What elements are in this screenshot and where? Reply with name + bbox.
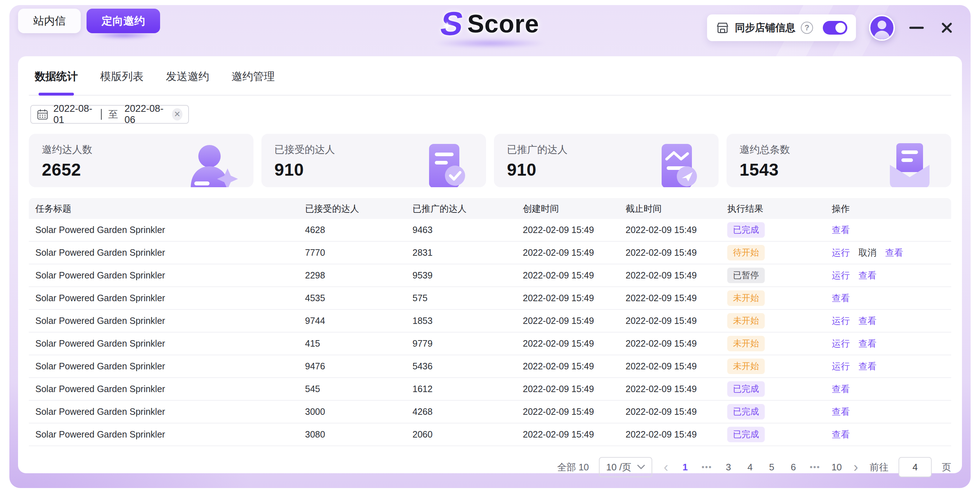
page-ellipsis: ••• <box>701 462 712 472</box>
action-view-link[interactable]: 查看 <box>859 360 877 372</box>
help-icon[interactable]: ? <box>801 22 813 34</box>
cell-accepted-count: 7770 <box>305 247 412 258</box>
action-view-link[interactable]: 查看 <box>885 247 903 259</box>
status-badge: 已完成 <box>727 381 765 397</box>
tab-data-statistics[interactable]: 数据统计 <box>35 69 78 95</box>
page-number-10[interactable]: 10 <box>831 462 842 473</box>
cell-created-time: 2022-02-09 15:49 <box>523 247 625 258</box>
action-run-link[interactable]: 运行 <box>832 360 850 372</box>
pagination-total: 全部 10 <box>557 461 589 474</box>
goto-page-input[interactable] <box>899 457 932 477</box>
toggle-knob <box>835 23 845 33</box>
avatar-head <box>878 21 886 29</box>
row-actions: 查看 <box>832 224 951 236</box>
close-button[interactable] <box>938 19 956 37</box>
cell-deadline-time: 2022-02-09 15:49 <box>625 361 727 371</box>
sync-shop-label: 同步店铺信息 <box>735 21 795 35</box>
table-row: Solar Powered Garden Sprinkler 4628 9463… <box>29 219 951 242</box>
page-number-5[interactable]: 5 <box>766 462 777 473</box>
col-created: 创建时间 <box>523 203 625 215</box>
date-separator: 至 <box>108 108 118 121</box>
status-badge: 已完成 <box>727 427 765 442</box>
date-end-value[interactable]: 2022-08-06 <box>124 103 167 126</box>
topbar-right: 同步店铺信息 ? <box>707 14 956 41</box>
next-page-icon[interactable]: › <box>852 460 859 474</box>
action-view-link[interactable]: 查看 <box>859 315 877 327</box>
cell-accepted-count: 4535 <box>305 293 412 303</box>
cell-created-time: 2022-02-09 15:49 <box>523 225 625 235</box>
cell-created-time: 2022-02-09 15:49 <box>523 361 625 371</box>
action-view-link[interactable]: 查看 <box>832 383 850 395</box>
app-window: 站内信 定向邀约 S✦ Score 同步店铺信息 ? <box>10 5 970 488</box>
row-actions: 查看 <box>832 292 951 304</box>
logo-title: Score <box>467 10 539 38</box>
page-list: 1•••3456•••10 <box>680 462 842 473</box>
cell-deadline-time: 2022-02-09 15:49 <box>625 315 727 326</box>
action-view-link[interactable]: 查看 <box>859 269 877 281</box>
cell-created-time: 2022-02-09 15:49 <box>523 270 625 281</box>
tab-template-list[interactable]: 模版列表 <box>100 69 143 95</box>
status-badge: 已完成 <box>727 404 765 419</box>
table-row: Solar Powered Garden Sprinkler 545 1612 … <box>29 378 951 401</box>
cell-task-title: Solar Powered Garden Sprinkler <box>35 406 305 417</box>
pagination: 全部 10 10 /页 ‹ 1•••3456•••10 › 前往 页 <box>29 457 951 477</box>
date-range-picker[interactable]: 2022-08-01 至 2022-08-06 ✕ <box>30 105 189 124</box>
col-task-title: 任务标题 <box>35 203 305 215</box>
top-tabs: 站内信 定向邀约 <box>18 9 160 33</box>
page-number-1[interactable]: 1 <box>680 462 690 473</box>
calendar-icon <box>37 108 48 120</box>
goto-unit: 页 <box>942 461 951 474</box>
mail-open-icon <box>880 142 938 187</box>
cell-task-title: Solar Powered Garden Sprinkler <box>35 225 305 235</box>
stat-card-promoted: 已推广的达人 910 <box>494 134 719 187</box>
clear-date-icon[interactable]: ✕ <box>172 108 183 121</box>
sync-shop-pill: 同步店铺信息 ? <box>707 14 856 41</box>
row-actions: 查看 <box>832 383 951 395</box>
page-number-4[interactable]: 4 <box>745 462 756 473</box>
cell-accepted-count: 545 <box>305 384 412 394</box>
tab-invitation-management[interactable]: 邀约管理 <box>231 69 275 95</box>
page-size-select[interactable]: 10 /页 <box>599 457 652 477</box>
cell-task-title: Solar Powered Garden Sprinkler <box>35 338 305 349</box>
cell-promoted-count: 2831 <box>412 247 523 258</box>
stat-card-accepted: 已接受的达人 910 <box>261 134 486 187</box>
action-cancel-link[interactable]: 取消 <box>859 247 877 259</box>
minimize-button[interactable] <box>908 19 925 37</box>
avatar[interactable] <box>869 15 895 41</box>
cell-created-time: 2022-02-09 15:49 <box>523 315 625 326</box>
action-view-link[interactable]: 查看 <box>832 292 850 304</box>
cell-accepted-count: 3080 <box>305 429 412 440</box>
action-view-link[interactable]: 查看 <box>832 428 850 440</box>
action-view-link[interactable]: 查看 <box>859 338 877 350</box>
stat-cards: 邀约达人数 2652 已接受的达人 910 <box>29 134 951 187</box>
action-run-link[interactable]: 运行 <box>832 315 850 327</box>
text-cursor <box>101 109 102 120</box>
row-actions: 运行取消查看 <box>832 247 951 259</box>
main-panel: 数据统计 模版列表 发送邀约 邀约管理 2022-08-01 至 2022-08… <box>18 56 962 473</box>
page-ellipsis: ••• <box>810 462 820 472</box>
page-number-6[interactable]: 6 <box>788 462 799 473</box>
cell-accepted-count: 4628 <box>305 225 412 235</box>
tab-targeted-invitation[interactable]: 定向邀约 <box>86 9 160 33</box>
date-start-value[interactable]: 2022-08-01 <box>53 103 96 126</box>
action-view-link[interactable]: 查看 <box>832 224 850 236</box>
prev-page-icon[interactable]: ‹ <box>662 460 670 474</box>
sparkle-icon: ✦ <box>443 22 451 31</box>
col-accepted: 已接受的达人 <box>305 203 412 215</box>
action-run-link[interactable]: 运行 <box>832 247 850 259</box>
page-number-3[interactable]: 3 <box>723 462 734 473</box>
cell-promoted-count: 575 <box>412 293 523 303</box>
row-actions: 查看 <box>832 406 951 418</box>
tab-send-invitation[interactable]: 发送邀约 <box>166 69 209 95</box>
cell-deadline-time: 2022-02-09 15:49 <box>625 247 727 258</box>
table-row: Solar Powered Garden Sprinkler 2298 9539… <box>29 264 951 287</box>
action-run-link[interactable]: 运行 <box>832 269 850 281</box>
tab-site-messages[interactable]: 站内信 <box>18 9 81 33</box>
col-result: 执行结果 <box>727 203 832 215</box>
user-star-icon <box>183 142 240 187</box>
sync-toggle[interactable] <box>823 21 847 35</box>
cell-deadline-time: 2022-02-09 15:49 <box>625 293 727 303</box>
cell-accepted-count: 9744 <box>305 315 412 326</box>
action-view-link[interactable]: 查看 <box>832 406 850 418</box>
action-run-link[interactable]: 运行 <box>832 338 850 350</box>
